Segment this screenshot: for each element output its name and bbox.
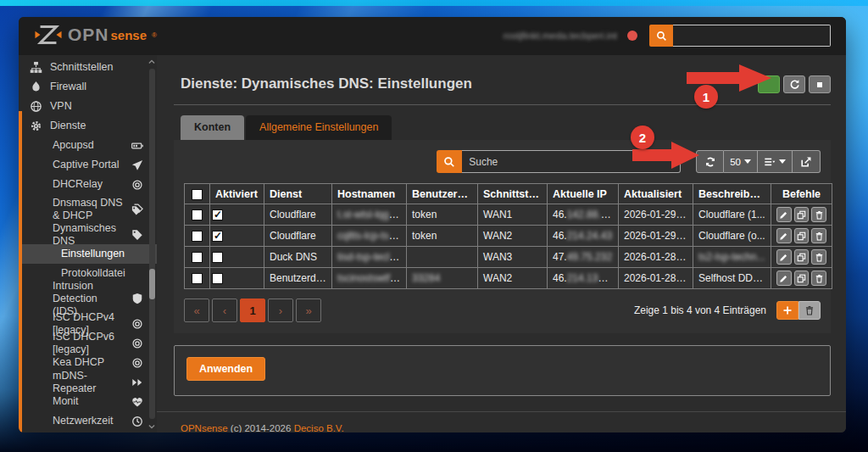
brand-sense-text: sense (111, 28, 147, 42)
col-dienst[interactable]: Dienst (264, 184, 332, 204)
grid-search-button[interactable] (437, 150, 462, 173)
col-schnittstelle[interactable]: Schnittstelle (478, 184, 548, 204)
deciso-footer-link[interactable]: Deciso B.V. (294, 423, 344, 432)
tab-konten[interactable]: Konten (181, 115, 244, 140)
grid-refresh-button[interactable] (696, 150, 724, 173)
sitemap-icon (30, 61, 42, 74)
column-selector-button[interactable] (758, 150, 793, 173)
sidebar-item-mdns-repeater[interactable]: mDNS-Repeater (19, 372, 157, 392)
edit-button[interactable] (776, 271, 792, 286)
sidebar-scrollbar-thumb[interactable] (149, 269, 155, 299)
trash-icon (815, 253, 824, 262)
col-beschreibung[interactable]: Beschreibung (693, 184, 771, 204)
export-button[interactable] (793, 150, 821, 173)
delete-button[interactable] (811, 207, 826, 222)
opnsense-footer-link[interactable]: OPNsense (181, 423, 228, 432)
sidebar-nav: Schnittstellen Firewall VPN Dienste Apcu… (19, 55, 157, 432)
status-dot (627, 31, 637, 41)
aktiviert-checkbox[interactable] (212, 209, 223, 220)
clock-icon (131, 416, 143, 427)
page-size-dropdown[interactable]: 50 (724, 150, 758, 173)
clone-button[interactable] (794, 207, 810, 222)
clone-button[interactable] (794, 271, 810, 286)
col-benutzername[interactable]: Benutzername (407, 184, 478, 204)
trash-icon (815, 274, 824, 283)
delete-button[interactable] (811, 249, 826, 265)
table-row: Benutzerdefi... tscinostswtft.t... 33284… (185, 268, 832, 289)
edit-button[interactable] (776, 207, 792, 222)
row-select-checkbox[interactable] (192, 273, 203, 284)
sidebar-item-intrusion-detection[interactable]: Intrusion Detection (IDS) (19, 283, 157, 314)
service-stop-button[interactable] (809, 75, 831, 93)
export-icon (800, 156, 812, 168)
sidebar-item-captive-portal[interactable]: Captive Portal (19, 155, 157, 175)
plus-icon (782, 305, 793, 315)
col-aktuelle-ip[interactable]: Aktuelle IP (548, 184, 619, 204)
add-entry-button[interactable] (776, 301, 798, 320)
page-title: Dienste: Dynamisches DNS: Einstellungen (181, 75, 472, 92)
pagination-first[interactable]: « (184, 299, 209, 322)
sidebar-item-dnsmasq[interactable]: Dnsmasq DNS & DHCP (19, 194, 157, 225)
sidebar-item-apcupsd[interactable]: Apcupsd (19, 136, 157, 155)
clone-button[interactable] (794, 228, 810, 243)
edit-button[interactable] (776, 249, 792, 265)
pagination-last[interactable]: » (296, 299, 321, 322)
pagination: « ‹ 1 › » (184, 299, 321, 322)
sidebar-scrollbar-track[interactable] (149, 69, 155, 419)
aktiviert-checkbox[interactable] (212, 252, 223, 263)
chevron-up-icon[interactable] (147, 58, 156, 66)
col-befehle: Befehle (771, 184, 832, 204)
edit-button[interactable] (776, 228, 792, 243)
aktiviert-checkbox[interactable] (212, 273, 223, 284)
heartbeat-icon (131, 396, 143, 408)
shield-icon (131, 293, 143, 304)
global-search-input[interactable] (673, 25, 831, 47)
apply-button[interactable]: Anwenden (186, 357, 265, 381)
table-row: Cloudflare t.st-wtsl-lqg-tq... token WAN… (185, 204, 832, 226)
clone-button[interactable] (794, 249, 810, 265)
tab-allgemeine-einstellungen[interactable]: Allgemeine Einstellungen (246, 115, 392, 140)
sidebar-item-einstellungen[interactable]: Einstellungen (19, 244, 157, 264)
sidebar-item-isc-dhcpv6[interactable]: ISC DHCPv6 [legacy] (19, 333, 157, 353)
annotation-step-1: 1 (694, 85, 718, 109)
desktop-background: OPNsense® rostjfinkt.meda.tecbperi.int S… (0, 0, 868, 452)
row-select-checkbox[interactable] (192, 252, 203, 263)
gear-icon (30, 120, 42, 132)
row-select-checkbox[interactable] (192, 231, 203, 242)
trash-icon (815, 232, 824, 241)
tags-icon (131, 204, 143, 215)
select-all-checkbox[interactable] (192, 189, 203, 200)
copy-icon (797, 232, 806, 241)
opnsense-logo[interactable]: OPNsense® (34, 24, 157, 46)
col-hostnamen[interactable]: Hostnamen (332, 184, 407, 204)
sidebar-item-firewall[interactable]: Firewall (19, 77, 157, 97)
col-aktiviert[interactable]: Aktiviert (210, 184, 264, 204)
chevron-down-icon (779, 159, 786, 164)
annotation-step-2: 2 (631, 126, 654, 149)
delete-button[interactable] (811, 271, 826, 286)
table-header-row: Aktiviert Dienst Hostnamen Benutzername … (185, 184, 832, 204)
list-icon (764, 156, 776, 168)
sidebar-item-schnittstellen[interactable]: Schnittstellen (19, 58, 157, 77)
search-icon (656, 31, 667, 42)
sidebar-item-dienste[interactable]: Dienste (19, 116, 157, 136)
copy-icon (797, 274, 806, 283)
global-search-button[interactable] (649, 25, 673, 47)
sidebar-item-dynamisches-dns[interactable]: Dynamisches DNS (19, 225, 157, 244)
pagination-page-1[interactable]: 1 (240, 299, 265, 322)
aktiviert-checkbox[interactable] (212, 231, 223, 242)
brand-opn-text: OPN (68, 25, 109, 45)
delete-button[interactable] (811, 228, 826, 243)
sidebar-item-dhcrelay[interactable]: DHCRelay (19, 175, 157, 194)
col-aktualisiert[interactable]: Aktualisiert (619, 184, 693, 204)
sidebar-item-netzwerkzeit[interactable]: Netzwerkzeit (19, 411, 157, 431)
sidebar-item-vpn[interactable]: VPN (19, 97, 157, 116)
title-divider (174, 104, 831, 105)
pagination-prev[interactable]: ‹ (212, 299, 237, 322)
pagination-next[interactable]: › (268, 299, 293, 322)
globe-icon (30, 100, 42, 113)
row-select-checkbox[interactable] (192, 209, 203, 220)
delete-selected-button[interactable] (798, 301, 821, 320)
chevron-down-icon[interactable] (147, 422, 156, 431)
service-restart-button[interactable] (783, 75, 805, 93)
